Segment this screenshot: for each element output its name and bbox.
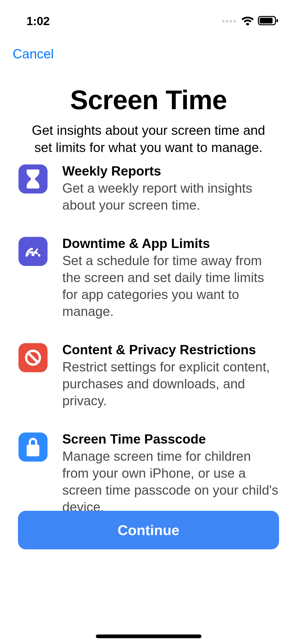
continue-button[interactable]: Continue: [18, 511, 279, 549]
lock-icon: [18, 433, 48, 462]
feature-desc: Restrict settings for explicit content, …: [62, 358, 279, 409]
feature-desc: Get a weekly report with insights about …: [62, 180, 279, 214]
gauge-icon: [18, 237, 48, 266]
feature-list: Weekly Reports Get a weekly report with …: [18, 163, 279, 516]
svg-line-6: [28, 353, 38, 362]
feature-weekly-reports: Weekly Reports Get a weekly report with …: [18, 163, 279, 214]
nav-bar: Cancel: [13, 46, 54, 62]
feature-downtime-limits: Downtime & App Limits Set a schedule for…: [18, 236, 279, 320]
battery-icon: [258, 16, 279, 27]
no-symbol-icon: [18, 343, 48, 372]
status-bar: 1:02: [0, 0, 297, 34]
svg-rect-1: [260, 18, 273, 23]
feature-content-privacy: Content & Privacy Restrictions Restrict …: [18, 342, 279, 409]
feature-desc: Manage screen time for children from you…: [62, 448, 279, 516]
status-icons: [222, 16, 279, 27]
svg-rect-2: [276, 19, 278, 22]
feature-title: Weekly Reports: [62, 163, 279, 179]
wifi-icon: [241, 16, 254, 27]
cellular-dots-icon: [222, 20, 236, 22]
feature-title: Content & Privacy Restrictions: [62, 342, 279, 357]
feature-desc: Set a schedule for time away from the sc…: [62, 252, 279, 320]
home-indicator[interactable]: [96, 634, 201, 638]
status-time: 1:02: [26, 14, 50, 28]
feature-title: Downtime & App Limits: [62, 236, 279, 251]
cancel-button[interactable]: Cancel: [13, 46, 54, 62]
feature-title: Screen Time Passcode: [62, 431, 279, 447]
title-block: Screen Time Get insights about your scre…: [0, 85, 297, 156]
page-subtitle: Get insights about your screen time and …: [0, 122, 297, 156]
feature-passcode: Screen Time Passcode Manage screen time …: [18, 431, 279, 516]
page-title: Screen Time: [0, 85, 297, 116]
hourglass-icon: [18, 164, 48, 194]
